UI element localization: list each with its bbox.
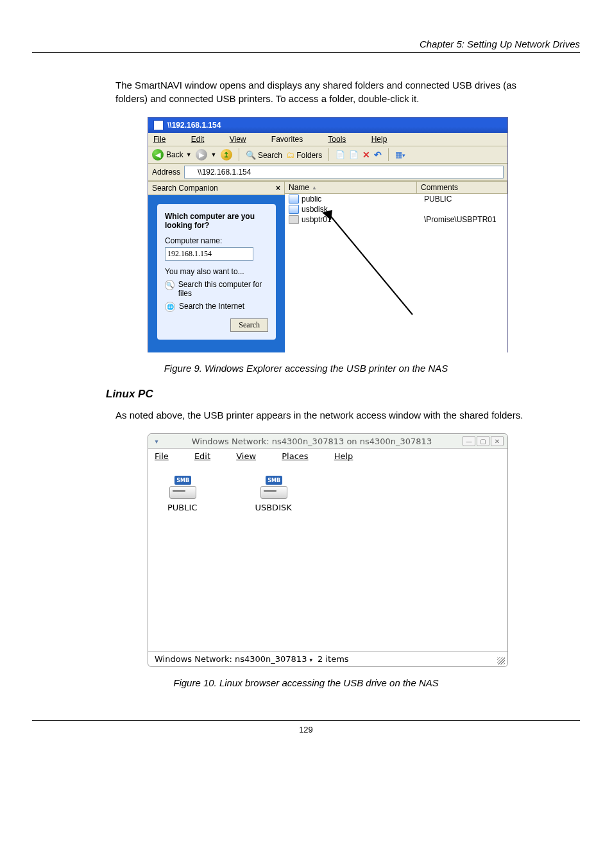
figure-1: \\192.168.1.154 File Edit View Favorites… [148, 117, 580, 352]
icon-label: PUBLIC [167, 503, 197, 512]
address-value: \\192.168.1.154 [198, 168, 251, 177]
menu-file[interactable]: File [155, 451, 180, 461]
address-label: Address [152, 168, 180, 177]
address-icon [187, 168, 195, 176]
paragraph-2: As noted above, the USB printer appears … [115, 408, 526, 422]
menu-bar: File Edit View Favorites Tools Help [148, 133, 507, 146]
close-search-panel-button[interactable]: × [276, 184, 280, 193]
share-icon-usbdisk[interactable]: SMB USBDISK [255, 476, 291, 639]
link-search-internet[interactable]: 🌐 Search the Internet [165, 302, 268, 312]
forward-button[interactable]: ▶ [196, 149, 207, 161]
back-label: Back [166, 150, 183, 159]
link-search-this-computer-label: Search this computer for files [178, 280, 268, 298]
list-row[interactable]: usbdisk [285, 204, 507, 214]
share-icon [289, 195, 299, 204]
nautilus-menu-bar: File Edit View Places Help [148, 449, 507, 464]
maximize-button[interactable]: ▢ [477, 436, 489, 446]
address-bar: Address \\192.168.1.154 [148, 164, 507, 181]
close-button[interactable]: ✕ [491, 436, 504, 446]
menu-help[interactable]: Help [334, 451, 365, 461]
col-comments-label: Comments [421, 183, 458, 192]
toolbar-divider [239, 148, 239, 161]
printer-icon [289, 215, 299, 224]
search-icon: 🔍 [246, 150, 256, 160]
share-icon [289, 205, 299, 214]
menu-favorites[interactable]: Favorites [271, 135, 314, 144]
menu-places[interactable]: Places [282, 451, 319, 461]
menu-edit-label: Edit [194, 451, 210, 461]
up-button[interactable]: ↥ [221, 149, 232, 161]
status-dropdown-icon: ▾ [310, 657, 313, 663]
menu-view-label: View [230, 135, 246, 144]
address-input[interactable]: \\192.168.1.154 [184, 166, 504, 178]
folders-icon: 🗂 [286, 150, 294, 160]
nautilus-status-bar: Windows Network: ns4300n_307813 ▾ 2 item… [148, 651, 507, 666]
toolbar-divider-3 [388, 148, 389, 161]
menu-help[interactable]: Help [371, 135, 399, 144]
search-companion-body: Which computer are you looking for? Comp… [148, 195, 285, 352]
menu-file[interactable]: File [153, 135, 177, 144]
figure-2-caption: Figure 10. Linux browser accessing the U… [32, 677, 580, 688]
menu-help-label: Help [371, 135, 387, 144]
list-row[interactable]: public PUBLIC [285, 194, 507, 204]
menu-edit[interactable]: Edit [191, 135, 216, 144]
menu-file-label: File [155, 451, 169, 461]
icon-label: USBDISK [255, 503, 291, 512]
row-name: public [302, 195, 321, 204]
list-header: Name ▲ Comments [285, 182, 507, 194]
menu-edit[interactable]: Edit [194, 451, 222, 461]
menu-favorites-label: Favorites [271, 135, 303, 144]
back-button[interactable]: ◀ Back ▼ [152, 149, 192, 161]
paragraph-1: The SmartNAVI window opens and displays … [115, 78, 526, 105]
search-button[interactable]: 🔍 Search [246, 150, 282, 160]
minimize-button[interactable]: — [463, 436, 475, 446]
chevron-down-icon[interactable]: ▾ [152, 437, 161, 446]
row-comment [420, 204, 507, 214]
search-button-submit[interactable]: Search [230, 318, 268, 332]
computer-name-label: Computer name: [165, 236, 268, 245]
delete-icon[interactable]: ✕ [362, 150, 370, 160]
computer-name-input[interactable] [165, 247, 253, 261]
col-name-header[interactable]: Name ▲ [285, 182, 417, 193]
folders-label: Folders [296, 151, 322, 160]
resize-grip-icon[interactable] [497, 657, 505, 664]
share-icon-public[interactable]: SMB PUBLIC [167, 476, 197, 639]
col-comments-header[interactable]: Comments [417, 182, 507, 193]
nautilus-title-bar: ▾ Windows Network: ns4300n_307813 on ns4… [148, 434, 507, 449]
window-controls: — ▢ ✕ [463, 436, 504, 446]
nautilus-body: SMB PUBLIC SMB USBDISK [148, 464, 507, 651]
nautilus-window: ▾ Windows Network: ns4300n_307813 on ns4… [148, 433, 508, 667]
row-name: usbptr01 [302, 215, 332, 224]
search-companion-header: Search Companion × [148, 182, 285, 195]
views-button[interactable]: ▦▾ [395, 150, 405, 159]
search-companion-panel: Search Companion × Which computer are yo… [148, 182, 285, 352]
menu-view[interactable]: View [230, 135, 258, 144]
link-search-this-computer[interactable]: 🔍 Search this computer for files [165, 280, 268, 298]
undo-icon[interactable]: ↶ [374, 150, 382, 160]
status-item-count: 2 items [318, 654, 349, 664]
tool-moveto-icon[interactable]: 📄 [336, 150, 345, 159]
back-icon: ◀ [152, 149, 164, 161]
tool-copyto-icon[interactable]: 📄 [349, 150, 359, 159]
menu-tools[interactable]: Tools [328, 135, 357, 144]
menu-places-label: Places [282, 451, 308, 461]
row-name: usbdisk [302, 205, 328, 214]
annotation-arrow [313, 209, 461, 337]
window-title-bar: \\192.168.1.154 [148, 117, 507, 133]
nautilus-title-text: Windows Network: ns4300n_307813 on ns430… [161, 437, 463, 446]
also-label: You may also want to... [165, 267, 268, 276]
header-rule [32, 52, 580, 53]
doc-header: Chapter 5: Setting Up Network Drives [32, 39, 580, 49]
search-question: Which computer are you looking for? [165, 212, 268, 230]
row-comment: PUBLIC [420, 194, 507, 204]
col-name-label: Name [289, 183, 309, 192]
folders-button[interactable]: 🗂 Folders [286, 150, 322, 160]
status-path-label: Windows Network: ns4300n_307813 [155, 654, 307, 664]
menu-view[interactable]: View [236, 451, 268, 461]
search-label: Search [258, 151, 282, 160]
link-search-internet-label: Search the Internet [179, 302, 244, 312]
status-path[interactable]: Windows Network: ns4300n_307813 ▾ [155, 654, 312, 664]
list-row[interactable]: usbptr01 \Promise\USBPTR01 [285, 214, 507, 225]
search-companion-title: Search Companion [152, 184, 218, 193]
page-number: 129 [299, 725, 313, 734]
